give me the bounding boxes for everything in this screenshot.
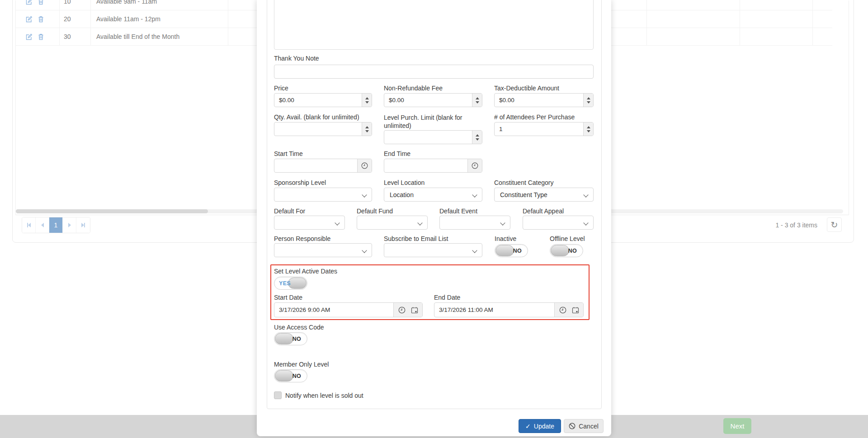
sponsorship-level-label: Sponsorship Level (274, 179, 326, 186)
attendees-field (494, 122, 594, 136)
qty-avail-field (274, 122, 372, 136)
row-name: Available 9am - 11am (91, 0, 228, 10)
row-actions (16, 0, 60, 10)
inactive-toggle[interactable]: NO (495, 244, 528, 257)
fee-spinner[interactable] (472, 94, 482, 107)
clock-icon[interactable] (398, 306, 406, 314)
pager-prev-button[interactable] (36, 217, 49, 233)
attendees-input[interactable] (494, 122, 594, 136)
attendees-spinner[interactable] (583, 122, 593, 136)
purch-limit-field (384, 130, 482, 144)
edit-icon[interactable] (25, 0, 33, 5)
default-for-select[interactable] (274, 216, 345, 230)
sponsorship-level-select[interactable] (274, 188, 372, 202)
cancel-button[interactable]: Cancel (564, 419, 604, 433)
pager-first-button[interactable] (22, 217, 36, 233)
update-button[interactable]: ✓ Update (519, 419, 561, 433)
offline-level-label: Offline Level (550, 235, 585, 242)
end-time-label: End Time (384, 150, 410, 157)
subscribe-email-select[interactable] (384, 243, 482, 257)
price-input[interactable] (274, 93, 372, 107)
toggle-knob (551, 245, 569, 256)
price-spinner[interactable] (362, 94, 372, 107)
spin-up-icon[interactable] (587, 97, 590, 99)
row-order: 10 (60, 0, 91, 10)
row-order: 30 (60, 28, 91, 45)
default-event-select[interactable] (439, 216, 510, 230)
end-time-picker-button[interactable] (467, 159, 482, 172)
default-fund-label: Default Fund (357, 207, 393, 215)
spin-down-icon[interactable] (365, 130, 369, 132)
calendar-icon[interactable] (572, 306, 579, 314)
pager-page-1[interactable]: 1 (49, 217, 63, 233)
spin-down-icon[interactable] (365, 101, 369, 104)
spin-down-icon[interactable] (476, 101, 479, 104)
delete-icon[interactable] (37, 33, 45, 41)
delete-icon[interactable] (37, 15, 45, 23)
active-dates-highlight-box: Set Level Active Dates YES Start Date En… (270, 264, 590, 320)
spin-up-icon[interactable] (365, 97, 369, 99)
default-fund-select[interactable] (357, 216, 428, 230)
notify-sold-out-checkbox[interactable] (274, 391, 282, 399)
row-order: 20 (60, 10, 91, 28)
pager-next-button[interactable] (63, 217, 76, 233)
tax-deductible-field (494, 93, 594, 107)
person-responsible-label: Person Responsible (274, 235, 330, 242)
spin-up-icon[interactable] (587, 126, 590, 128)
description-editor[interactable] (274, 0, 594, 50)
use-access-code-toggle[interactable]: NO (274, 332, 307, 345)
toggle-knob (288, 278, 307, 289)
set-active-dates-toggle[interactable]: YES (274, 277, 307, 290)
edit-icon[interactable] (25, 15, 33, 23)
tax-deductible-input[interactable] (494, 93, 594, 107)
default-appeal-select[interactable] (523, 216, 594, 230)
refresh-button[interactable]: ↻ (827, 217, 842, 232)
non-refundable-fee-input[interactable] (384, 93, 482, 107)
start-date-label: Start Date (274, 294, 302, 301)
tax-spinner[interactable] (583, 94, 593, 107)
start-time-label: Start Time (274, 150, 303, 157)
row-actions (16, 28, 60, 45)
end-time-field (384, 159, 482, 173)
non-refundable-fee-label: Non-Refundable Fee (384, 85, 443, 92)
cancel-circle-icon (569, 423, 576, 429)
edit-icon[interactable] (25, 33, 33, 41)
row-name: Available till End of the Month (91, 28, 228, 45)
spin-up-icon[interactable] (365, 126, 369, 128)
start-date-field (274, 302, 423, 317)
pager-last-button[interactable] (76, 217, 90, 233)
spin-up-icon[interactable] (476, 134, 479, 137)
thank-you-note-field (274, 65, 594, 79)
next-button[interactable]: Next (723, 418, 751, 434)
default-event-label: Default Event (439, 207, 477, 215)
spin-down-icon[interactable] (587, 101, 590, 104)
spin-down-icon[interactable] (476, 138, 479, 141)
person-responsible-select[interactable] (274, 243, 372, 257)
clock-icon (361, 162, 368, 169)
spin-up-icon[interactable] (476, 97, 479, 99)
qty-spinner[interactable] (362, 122, 372, 136)
level-location-select[interactable]: Location (384, 188, 482, 202)
check-icon: ✓ (525, 423, 531, 430)
start-date-pickers (393, 303, 422, 317)
clock-icon[interactable] (559, 306, 566, 314)
default-for-label: Default For (274, 207, 305, 215)
price-label: Price (274, 85, 288, 92)
qty-avail-input[interactable] (274, 122, 372, 136)
limit-spinner[interactable] (472, 131, 482, 144)
scrollbar-thumb[interactable] (16, 209, 208, 213)
delete-icon[interactable] (37, 0, 45, 5)
thank-you-note-label: Thank You Note (274, 55, 319, 62)
spin-down-icon[interactable] (587, 130, 590, 132)
clock-icon (472, 162, 478, 169)
purch-limit-input[interactable] (384, 130, 482, 144)
end-date-label: End Date (434, 294, 460, 301)
thank-you-note-input[interactable] (274, 65, 594, 79)
set-active-dates-label: Set Level Active Dates (274, 268, 337, 275)
calendar-icon[interactable] (411, 306, 418, 314)
member-only-toggle[interactable]: NO (274, 369, 307, 382)
constituent-category-select[interactable]: Constituent Type (494, 188, 594, 202)
use-access-code-label: Use Access Code (274, 324, 324, 331)
start-time-picker-button[interactable] (357, 159, 372, 172)
offline-level-toggle[interactable]: NO (550, 244, 583, 257)
